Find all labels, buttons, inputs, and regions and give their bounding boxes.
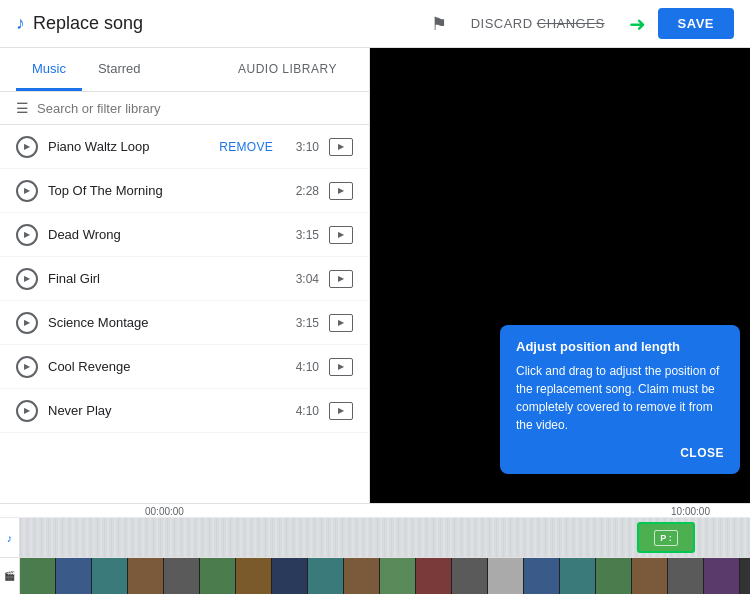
film-frame bbox=[668, 558, 704, 594]
play-button-4[interactable]: ▶ bbox=[16, 312, 38, 334]
film-frame bbox=[560, 558, 596, 594]
search-bar: ☰ bbox=[0, 92, 369, 125]
queue-icon-3[interactable]: ▶ bbox=[329, 270, 353, 288]
ruler-start: 00:00:00 bbox=[145, 506, 184, 517]
song-duration-2: 3:15 bbox=[291, 228, 319, 242]
queue-icon-5[interactable]: ▶ bbox=[329, 358, 353, 376]
list-item: ▶ Final Girl 3:04 ▶ bbox=[0, 257, 369, 301]
queue-icon-6[interactable]: ▶ bbox=[329, 402, 353, 420]
arrow-icon: ➜ bbox=[629, 12, 646, 36]
filmstrip-icon: 🎬 bbox=[0, 558, 20, 594]
film-frame bbox=[488, 558, 524, 594]
song-duration-1: 2:28 bbox=[291, 184, 319, 198]
timeline-ruler: 00:00:00 10:00:00 bbox=[0, 504, 750, 518]
queue-icon-0[interactable]: ▶ bbox=[329, 138, 353, 156]
music-track: ♪ P : bbox=[0, 518, 750, 558]
song-name-4: Science Montage bbox=[48, 315, 281, 330]
tab-audio-library[interactable]: AUDIO LIBRARY bbox=[222, 50, 353, 91]
music-track-icon: ♪ bbox=[0, 518, 20, 557]
song-name-0: Piano Waltz Loop bbox=[48, 139, 209, 154]
song-block[interactable]: P : bbox=[637, 522, 695, 553]
tooltip-body: Click and drag to adjust the position of… bbox=[516, 362, 724, 434]
song-duration-4: 3:15 bbox=[291, 316, 319, 330]
bottom-timeline: 00:00:00 10:00:00 ♪ P : 🎬 bbox=[0, 503, 750, 594]
tab-music[interactable]: Music bbox=[16, 49, 82, 91]
queue-icon-2[interactable]: ▶ bbox=[329, 226, 353, 244]
song-name-1: Top Of The Morning bbox=[48, 183, 281, 198]
ruler-end: 10:00:00 bbox=[671, 506, 710, 517]
film-frame bbox=[452, 558, 488, 594]
film-frame bbox=[632, 558, 668, 594]
film-frame bbox=[92, 558, 128, 594]
film-frame bbox=[524, 558, 560, 594]
film-frame bbox=[596, 558, 632, 594]
page-title: Replace song bbox=[33, 13, 431, 34]
film-frame bbox=[344, 558, 380, 594]
film-frame bbox=[380, 558, 416, 594]
film-frame bbox=[200, 558, 236, 594]
song-block-label: P : bbox=[654, 530, 677, 546]
music-icon: ♪ bbox=[16, 13, 25, 34]
header-actions: ⚑ DISCARD CHANGES ➜ SAVE bbox=[431, 8, 734, 39]
song-duration-3: 3:04 bbox=[291, 272, 319, 286]
video-area bbox=[370, 48, 750, 558]
play-button-1[interactable]: ▶ bbox=[16, 180, 38, 202]
song-name-6: Never Play bbox=[48, 403, 281, 418]
film-frame bbox=[56, 558, 92, 594]
save-button[interactable]: SAVE bbox=[658, 8, 734, 39]
song-duration-0: 3:10 bbox=[291, 140, 319, 154]
film-frame bbox=[308, 558, 344, 594]
film-frame bbox=[272, 558, 308, 594]
tooltip-popup: Adjust position and length Click and dra… bbox=[500, 325, 740, 474]
filmstrip-track: 🎬 bbox=[0, 558, 750, 594]
song-duration-6: 4:10 bbox=[291, 404, 319, 418]
list-item: ▶ Piano Waltz Loop REMOVE 3:10 ▶ bbox=[0, 125, 369, 169]
play-button-0[interactable]: ▶ bbox=[16, 136, 38, 158]
play-button-2[interactable]: ▶ bbox=[16, 224, 38, 246]
film-frame bbox=[164, 558, 200, 594]
discard-changes-label: CHANGES bbox=[537, 16, 605, 31]
film-frame bbox=[128, 558, 164, 594]
tabs-bar: Music Starred AUDIO LIBRARY bbox=[0, 48, 369, 92]
discard-button[interactable]: DISCARD CHANGES bbox=[459, 8, 617, 39]
tooltip-title: Adjust position and length bbox=[516, 339, 724, 354]
play-button-5[interactable]: ▶ bbox=[16, 356, 38, 378]
tab-starred[interactable]: Starred bbox=[82, 49, 157, 91]
song-name-5: Cool Revenge bbox=[48, 359, 281, 374]
search-input[interactable] bbox=[37, 101, 353, 116]
queue-icon-1[interactable]: ▶ bbox=[329, 182, 353, 200]
waveform-area: P : bbox=[20, 518, 750, 557]
discard-label: DISCARD bbox=[471, 16, 537, 31]
list-item: ▶ Cool Revenge 4:10 ▶ bbox=[0, 345, 369, 389]
queue-icon-4[interactable]: ▶ bbox=[329, 314, 353, 332]
film-frame bbox=[236, 558, 272, 594]
remove-button-0[interactable]: REMOVE bbox=[219, 140, 273, 154]
play-button-6[interactable]: ▶ bbox=[16, 400, 38, 422]
film-frame bbox=[416, 558, 452, 594]
film-frame bbox=[20, 558, 56, 594]
song-name-2: Dead Wrong bbox=[48, 227, 281, 242]
list-item: ▶ Never Play 4:10 ▶ bbox=[0, 389, 369, 433]
tooltip-close-button[interactable]: CLOSE bbox=[516, 446, 724, 460]
list-item: ▶ Top Of The Morning 2:28 ▶ bbox=[0, 169, 369, 213]
list-item: ▶ Science Montage 3:15 ▶ bbox=[0, 301, 369, 345]
list-item: ▶ Dead Wrong 3:15 ▶ bbox=[0, 213, 369, 257]
film-frame bbox=[704, 558, 740, 594]
play-button-3[interactable]: ▶ bbox=[16, 268, 38, 290]
song-name-3: Final Girl bbox=[48, 271, 281, 286]
filter-icon: ☰ bbox=[16, 100, 29, 116]
song-list: ▶ Piano Waltz Loop REMOVE 3:10 ▶ ▶ Top O… bbox=[0, 125, 369, 555]
flag-icon[interactable]: ⚑ bbox=[431, 13, 447, 35]
header: ♪ Replace song ⚑ DISCARD CHANGES ➜ SAVE bbox=[0, 0, 750, 48]
song-duration-5: 4:10 bbox=[291, 360, 319, 374]
